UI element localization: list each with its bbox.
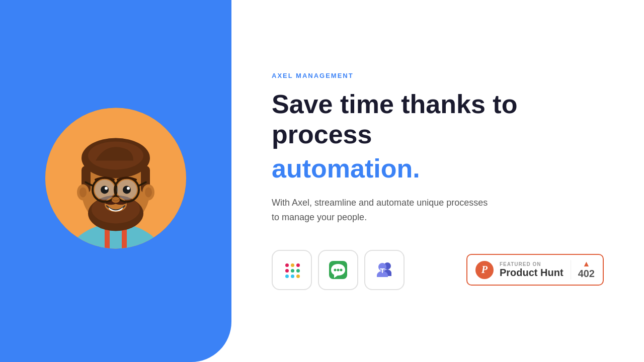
svg-point-30 [127, 187, 130, 190]
slack-icon-box[interactable] [272, 250, 312, 290]
headline-line2: automation. [272, 154, 604, 184]
svg-point-28 [123, 186, 131, 194]
slack-icon [281, 259, 303, 281]
bottom-row: P FEATURED ON Product Hunt ▲ 402 [272, 250, 604, 290]
google-chat-icon-box[interactable] [318, 250, 358, 290]
google-chat-icon [327, 259, 349, 281]
ph-featured-label: FEATURED ON [500, 261, 564, 267]
svg-point-16 [145, 187, 152, 197]
teams-icon-box[interactable] [364, 250, 405, 290]
svg-rect-34 [291, 263, 294, 267]
svg-rect-33 [285, 263, 289, 267]
integration-icons [272, 250, 405, 290]
ph-count-block: ▲ 402 [571, 260, 595, 280]
svg-rect-38 [291, 275, 294, 278]
svg-rect-40 [296, 263, 300, 267]
brand-label: AXEL MANAGEMENT [272, 72, 604, 79]
left-panel [0, 0, 231, 362]
svg-point-42 [334, 268, 337, 271]
ph-main-text: Product Hunt [500, 267, 564, 279]
svg-rect-36 [296, 269, 300, 273]
ph-arrow-icon: ▲ [582, 260, 590, 268]
right-panel: AXEL MANAGEMENT Save time thanks to proc… [231, 0, 644, 362]
svg-rect-32 [285, 269, 289, 273]
ph-text-block: FEATURED ON Product Hunt [500, 261, 564, 279]
svg-rect-35 [291, 269, 294, 273]
svg-point-43 [337, 268, 340, 271]
svg-rect-39 [285, 275, 289, 278]
svg-point-29 [105, 187, 108, 190]
description: With Axel, streamline and automate uniqu… [272, 196, 533, 225]
svg-rect-37 [296, 275, 300, 278]
teams-icon [373, 259, 395, 281]
ph-logo: P [475, 261, 494, 279]
svg-point-27 [101, 186, 109, 194]
svg-point-15 [79, 187, 87, 197]
svg-rect-48 [382, 268, 383, 273]
ph-count: 402 [578, 268, 595, 280]
svg-point-44 [340, 268, 343, 271]
headline-line1: Save time thanks to process [272, 89, 604, 150]
product-hunt-badge[interactable]: P FEATURED ON Product Hunt ▲ 402 [466, 254, 604, 286]
avatar [45, 108, 186, 248]
